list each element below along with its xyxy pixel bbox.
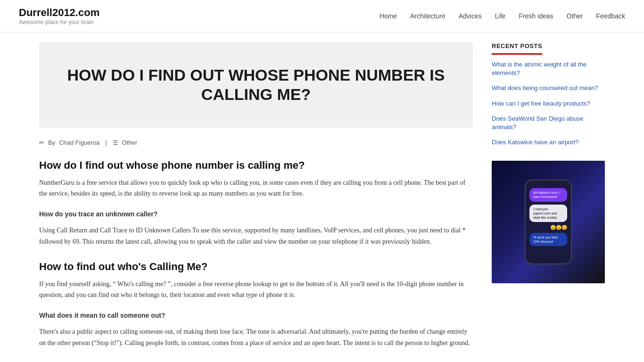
site-brand: Durrell2012.com Awesome place for your b… <box>19 7 99 25</box>
sidebar: RECENT POSTS What is the atomic weight o… <box>492 42 605 356</box>
main-nav: HomeArchitectureAdvicesLifeFresh ideasOt… <box>380 12 625 20</box>
nav-item-home[interactable]: Home <box>380 12 397 20</box>
nav-item-life[interactable]: Life <box>495 12 506 20</box>
recent-posts-list: What is the atomic weight of all the ele… <box>492 60 605 147</box>
recent-post-item: Does SeaWorld San Diego abuse animals? <box>492 115 605 132</box>
recent-post-link[interactable]: Does Katowice have an airport? <box>492 139 578 146</box>
ad-bubble-1: All-nighters suck, I hate homework!! <box>529 188 567 201</box>
recent-post-link[interactable]: What is the atomic weight of all the ele… <box>492 61 586 76</box>
find-body: If you find yourself asking, “ Who's cal… <box>39 279 473 301</box>
trace-heading: How do you trace an unknown caller? <box>39 209 473 220</box>
nav-item-fresh-ideas[interactable]: Fresh ideas <box>519 12 553 20</box>
ad-bubble-3: I'll send you their 15% discount <box>529 233 567 246</box>
hero-banner: HOW DO I FIND OUT WHOSE PHONE NUMBER IS … <box>39 42 473 128</box>
nav-item-advices[interactable]: Advices <box>459 12 482 20</box>
post-title: HOW DO I FIND OUT WHOSE PHONE NUMBER IS … <box>58 66 454 104</box>
category-icon: ☰ <box>113 139 118 146</box>
phone-mockup: All-nighters suck, I hate homework!! I u… <box>525 180 572 264</box>
recent-post-item: What is the atomic weight of all the ele… <box>492 60 605 77</box>
site-tagline: Awesome place for your brain <box>19 19 99 25</box>
recent-post-link[interactable]: Does SeaWorld San Diego abuse animals? <box>492 115 583 131</box>
sidebar-ad: All-nighters suck, I hate homework!! I u… <box>492 161 605 283</box>
trace-body: Using Call Return and Call Trace to ID U… <box>39 225 473 247</box>
site-title[interactable]: Durrell2012.com <box>19 7 99 19</box>
pencil-icon: ✏ <box>39 139 44 146</box>
post-meta: ✏ By Chad Figueroa | ☰ Other <box>39 139 473 146</box>
article-intro-heading: How do I find out whose phone number is … <box>39 159 473 172</box>
find-heading: How to find out who's Calling Me? <box>39 261 473 273</box>
main-content: HOW DO I FIND OUT WHOSE PHONE NUMBER IS … <box>39 42 473 356</box>
recent-post-link[interactable]: What does being counseled out mean? <box>492 84 598 91</box>
nav-item-other[interactable]: Other <box>567 12 583 20</box>
callout-heading: What does it mean to call someone out? <box>39 310 473 321</box>
recent-posts-title: RECENT POSTS <box>492 42 542 55</box>
by-label: By <box>48 139 55 146</box>
callout-body: There's also a public aspect to calling … <box>39 326 473 349</box>
article-p1: NumberGuru is a free service that allows… <box>39 177 473 200</box>
site-header: Durrell2012.com Awesome place for your b… <box>0 0 644 33</box>
recent-post-item: What does being counseled out mean? <box>492 84 605 92</box>
author-link[interactable]: Chad Figueroa <box>59 139 99 146</box>
ad-bubble-2: I used pro-papers.com and slept like a b… <box>529 205 567 222</box>
recent-posts-section: RECENT POSTS What is the atomic weight o… <box>492 42 605 147</box>
recent-post-item: How can I get free beauty products? <box>492 99 605 108</box>
emoji-row: 😠😠😠 <box>550 225 567 230</box>
recent-post-item: Does Katowice have an airport? <box>492 138 605 147</box>
nav-item-architecture[interactable]: Architecture <box>410 12 446 20</box>
recent-post-link[interactable]: How can I get free beauty products? <box>492 100 590 107</box>
category-link[interactable]: Other <box>122 139 138 146</box>
page-wrap: HOW DO I FIND OUT WHOSE PHONE NUMBER IS … <box>20 33 624 362</box>
nav-item-feedback[interactable]: Feedback <box>596 12 625 20</box>
article-body: How do I find out whose phone number is … <box>39 159 473 349</box>
